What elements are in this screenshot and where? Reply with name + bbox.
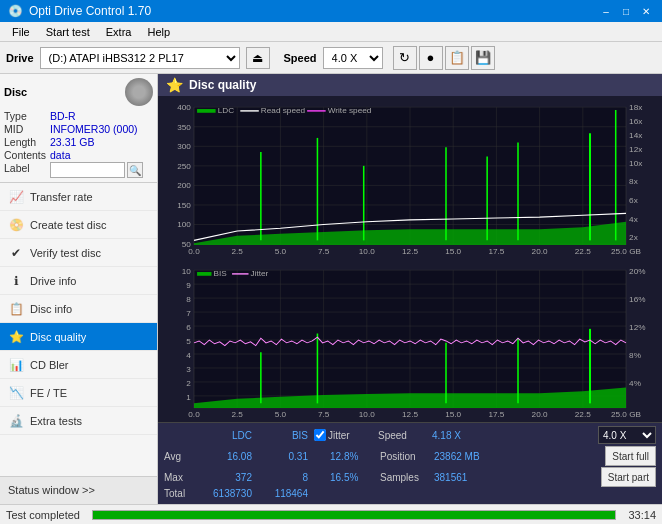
menu-file[interactable]: File bbox=[4, 22, 38, 42]
svg-text:10: 10 bbox=[182, 267, 192, 276]
svg-text:5: 5 bbox=[186, 337, 191, 346]
verify-test-disc-icon: ✔ bbox=[8, 245, 24, 261]
svg-text:10.0: 10.0 bbox=[359, 411, 376, 420]
svg-text:17.5: 17.5 bbox=[488, 248, 505, 257]
disc-thumbnail bbox=[125, 78, 153, 106]
start-full-button[interactable]: Start full bbox=[605, 446, 656, 466]
jitter-checkbox[interactable] bbox=[314, 429, 326, 441]
svg-rect-58 bbox=[197, 109, 216, 113]
stats-header-row: LDC BIS Jitter Speed 4.18 X 4.0 X bbox=[164, 426, 656, 444]
svg-text:12.5: 12.5 bbox=[402, 411, 419, 420]
svg-text:10x: 10x bbox=[629, 159, 642, 168]
label-input[interactable] bbox=[50, 162, 125, 178]
label-edit-button[interactable]: 🔍 bbox=[127, 162, 143, 178]
svg-text:9: 9 bbox=[186, 281, 191, 290]
bottom-chart-svg: 10 9 8 7 6 5 4 3 2 1 20% 16% 12% 8% 4% bbox=[158, 259, 662, 422]
sidebar-item-drive-info[interactable]: ℹ Drive info bbox=[0, 267, 157, 295]
svg-text:300: 300 bbox=[177, 142, 191, 151]
label-input-row: 🔍 bbox=[50, 162, 153, 178]
contents-key: Contents bbox=[4, 149, 46, 161]
speed-label: Speed bbox=[284, 52, 317, 64]
avg-position-val: 23862 MB bbox=[434, 451, 480, 462]
drive-select[interactable]: (D:) ATAPI iHBS312 2 PL17 bbox=[40, 47, 240, 69]
sidebar-nav: 📈 Transfer rate 📀 Create test disc ✔ Ver… bbox=[0, 183, 157, 504]
create-test-disc-label: Create test disc bbox=[30, 219, 106, 231]
svg-text:7.5: 7.5 bbox=[318, 248, 330, 257]
svg-text:100: 100 bbox=[177, 221, 191, 230]
svg-text:2: 2 bbox=[186, 379, 191, 388]
total-label: Total bbox=[164, 488, 196, 499]
svg-text:2.5: 2.5 bbox=[231, 411, 243, 420]
save-button[interactable]: 💾 bbox=[471, 46, 495, 70]
length-value: 23.31 GB bbox=[50, 136, 153, 148]
minimize-button[interactable]: – bbox=[598, 4, 614, 18]
svg-text:4: 4 bbox=[186, 351, 191, 360]
maximize-button[interactable]: □ bbox=[618, 4, 634, 18]
svg-text:Write speed: Write speed bbox=[328, 106, 372, 115]
status-window-button[interactable]: Status window >> bbox=[0, 476, 157, 504]
close-button[interactable]: ✕ bbox=[638, 4, 654, 18]
disc-info-label: Disc info bbox=[30, 303, 72, 315]
stats-jitter-header: Jitter bbox=[326, 430, 378, 441]
max-ldc: 372 bbox=[196, 472, 258, 483]
drive-label: Drive bbox=[6, 52, 34, 64]
sidebar-item-disc-quality[interactable]: ⭐ Disc quality bbox=[0, 323, 157, 351]
create-test-disc-icon: 📀 bbox=[8, 217, 24, 233]
svg-text:16x: 16x bbox=[629, 117, 642, 126]
stats-total-row: Total 6138730 118464 bbox=[164, 488, 656, 499]
menu-extra[interactable]: Extra bbox=[98, 22, 140, 42]
chart-title-icon: ⭐ bbox=[166, 77, 183, 93]
chart-header: ⭐ Disc quality bbox=[158, 74, 662, 96]
charts-container: 400 350 300 250 200 150 100 50 18x 16x 1… bbox=[158, 96, 662, 504]
stats-ldc-header: LDC bbox=[196, 430, 258, 441]
stats-speed-value: 4.18 X bbox=[432, 430, 461, 441]
disc-quality-icon: ⭐ bbox=[8, 329, 24, 345]
svg-text:8x: 8x bbox=[629, 178, 638, 187]
speed-select[interactable]: 4.0 X bbox=[323, 47, 383, 69]
nav-spacer bbox=[0, 435, 157, 476]
svg-text:1: 1 bbox=[186, 393, 191, 402]
svg-text:0.0: 0.0 bbox=[188, 411, 200, 420]
sidebar-item-transfer-rate[interactable]: 📈 Transfer rate bbox=[0, 183, 157, 211]
titlebar-title: 💿 Opti Drive Control 1.70 bbox=[8, 4, 151, 18]
drive-info-label: Drive info bbox=[30, 275, 76, 287]
disc-section-title: Disc bbox=[4, 86, 27, 98]
svg-text:8: 8 bbox=[186, 295, 191, 304]
sidebar-item-extra-tests[interactable]: 🔬 Extra tests bbox=[0, 407, 157, 435]
eject-button[interactable]: ⏏ bbox=[246, 47, 270, 69]
refresh-button[interactable]: ↻ bbox=[393, 46, 417, 70]
sidebar-item-verify-test-disc[interactable]: ✔ Verify test disc bbox=[0, 239, 157, 267]
avg-label: Avg bbox=[164, 451, 196, 462]
top-chart-svg: 400 350 300 250 200 150 100 50 18x 16x 1… bbox=[158, 96, 662, 259]
stats-bis-header: BIS bbox=[258, 430, 314, 441]
svg-text:2.5: 2.5 bbox=[231, 248, 243, 257]
bottom-chart-container: 10 9 8 7 6 5 4 3 2 1 20% 16% 12% 8% 4% bbox=[158, 259, 662, 422]
svg-text:22.5: 22.5 bbox=[575, 248, 592, 257]
menu-help[interactable]: Help bbox=[139, 22, 178, 42]
sidebar-item-fe-te[interactable]: 📉 FE / TE bbox=[0, 379, 157, 407]
contents-value: data bbox=[50, 149, 153, 161]
transfer-rate-icon: 📈 bbox=[8, 189, 24, 205]
svg-text:150: 150 bbox=[177, 201, 191, 210]
svg-text:0.0: 0.0 bbox=[188, 248, 200, 257]
avg-position-label: Position bbox=[380, 451, 430, 462]
clipboard-button[interactable]: 📋 bbox=[445, 46, 469, 70]
test-speed-select[interactable]: 4.0 X bbox=[598, 426, 656, 444]
svg-text:7.5: 7.5 bbox=[318, 411, 330, 420]
length-key: Length bbox=[4, 136, 46, 148]
titlebar-controls: – □ ✕ bbox=[598, 4, 654, 18]
stats-avg-row: Avg 16.08 0.31 12.8% Position 23862 MB S… bbox=[164, 446, 656, 466]
verify-test-disc-label: Verify test disc bbox=[30, 247, 101, 259]
menu-start-test[interactable]: Start test bbox=[38, 22, 98, 42]
sidebar-item-cd-bler[interactable]: 📊 CD Bler bbox=[0, 351, 157, 379]
sidebar-item-disc-info[interactable]: 📋 Disc info bbox=[0, 295, 157, 323]
extra-tests-label: Extra tests bbox=[30, 415, 82, 427]
main-content: Disc Type BD-R MID INFOMER30 (000) Lengt… bbox=[0, 74, 662, 504]
svg-text:200: 200 bbox=[177, 182, 191, 191]
svg-text:12x: 12x bbox=[629, 145, 642, 154]
record-button[interactable]: ● bbox=[419, 46, 443, 70]
start-part-button[interactable]: Start part bbox=[601, 467, 656, 487]
sidebar-item-create-test-disc[interactable]: 📀 Create test disc bbox=[0, 211, 157, 239]
svg-text:LDC: LDC bbox=[218, 106, 235, 115]
toolbar-icons: ↻ ● 📋 💾 bbox=[393, 46, 495, 70]
